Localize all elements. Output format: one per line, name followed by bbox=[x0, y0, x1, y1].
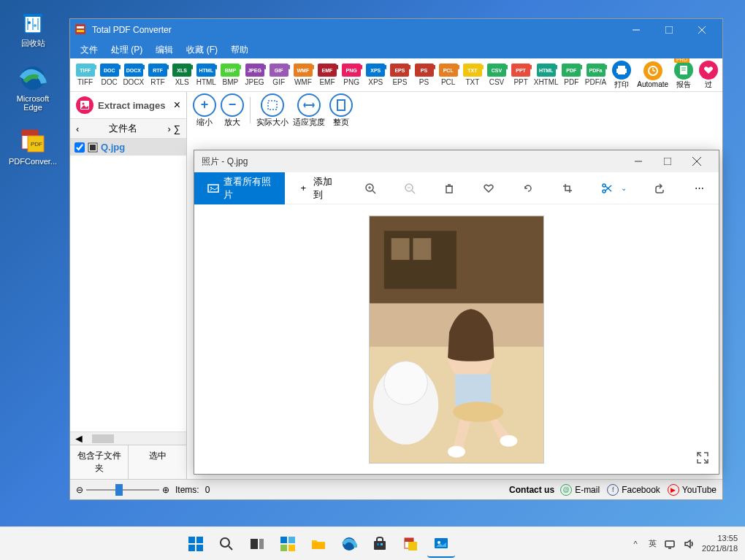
view-fit-button[interactable]: 实际大小 bbox=[256, 93, 289, 128]
volume-icon[interactable] bbox=[683, 538, 695, 550]
format-eps-button[interactable]: EPSEPS bbox=[389, 64, 410, 86]
view-plus-button[interactable]: +缩小 bbox=[193, 93, 216, 128]
photos-close-button[interactable] bbox=[682, 150, 711, 172]
format-xls-button[interactable]: XLSXLS bbox=[172, 64, 193, 86]
svg-rect-83 bbox=[381, 543, 383, 545]
svg-line-72 bbox=[229, 546, 232, 550]
close-button[interactable] bbox=[685, 19, 718, 41]
clock-icon bbox=[643, 61, 662, 80]
sidebar-scrollbar[interactable]: ◄ bbox=[70, 431, 186, 445]
status-link-facebook[interactable]: fFacebook bbox=[607, 484, 660, 496]
svg-rect-76 bbox=[289, 537, 295, 543]
menu-help[interactable]: 帮助 bbox=[226, 42, 253, 58]
clock[interactable]: 13:55 2021/8/18 bbox=[702, 534, 738, 553]
zoom-out-button[interactable] bbox=[390, 172, 429, 204]
desktop-icon-edge[interactable]: Microsoft Edge bbox=[7, 64, 58, 112]
photos-maximize-button[interactable] bbox=[653, 150, 682, 172]
slider-thumb[interactable] bbox=[115, 484, 123, 496]
favorite-button[interactable] bbox=[469, 172, 508, 204]
zoom-out-icon[interactable]: ⊖ bbox=[76, 485, 83, 495]
desktop-icon-pdfconverter[interactable]: PDF PDFConver... bbox=[7, 126, 58, 166]
explorer-button[interactable] bbox=[305, 530, 332, 558]
sidebar-footer: 包含子文件夹 选中 bbox=[70, 445, 186, 479]
photos-minimize-button[interactable] bbox=[624, 150, 653, 172]
filter-icon[interactable]: ∑ bbox=[174, 123, 180, 134]
action-clock-button[interactable]: Automate bbox=[637, 61, 668, 88]
format-pcl-button[interactable]: PCLPCL bbox=[438, 64, 459, 86]
view-width-button[interactable]: 适应宽度 bbox=[293, 93, 325, 128]
store-button[interactable] bbox=[366, 530, 394, 558]
action-print-button[interactable]: 打印 bbox=[612, 61, 631, 90]
scroll-left-icon[interactable]: ◄ bbox=[73, 432, 85, 445]
task-view-button[interactable] bbox=[243, 530, 271, 558]
menu-edit[interactable]: 编辑 bbox=[151, 42, 177, 58]
network-icon[interactable] bbox=[664, 538, 676, 550]
format-png-button[interactable]: PNGPNG bbox=[341, 64, 362, 86]
crop-button[interactable] bbox=[548, 172, 587, 204]
edit-button[interactable]: ⌄ bbox=[587, 172, 640, 204]
view-minus-button[interactable]: −放大 bbox=[221, 93, 244, 128]
format-csv-button[interactable]: CSVCSV bbox=[486, 64, 507, 86]
view-page-button[interactable]: 整页 bbox=[329, 93, 353, 128]
file-item[interactable]: Q.jpg bbox=[70, 139, 186, 156]
format-emf-button[interactable]: EMFEMF bbox=[316, 64, 337, 86]
widgets-button[interactable] bbox=[274, 530, 302, 558]
delete-button[interactable] bbox=[429, 172, 469, 204]
select-button[interactable]: 选中 bbox=[129, 445, 186, 479]
format-pdf/a-button[interactable]: PDFaPDF/A bbox=[585, 64, 606, 86]
format-txt-button[interactable]: TXTTXT bbox=[462, 64, 483, 86]
format-ps-button[interactable]: PSPS bbox=[413, 64, 435, 86]
tray-chevron-icon[interactable]: ^ bbox=[630, 538, 641, 550]
format-ppt-button[interactable]: PPTPPT bbox=[511, 64, 532, 86]
start-button[interactable] bbox=[182, 530, 210, 558]
file-list-header[interactable]: ‹ 文件名 › ∑ bbox=[70, 119, 186, 139]
format-doc-button[interactable]: DOCDOC bbox=[99, 64, 120, 86]
photos-titlebar[interactable]: 照片 - Q.jpg bbox=[194, 150, 719, 172]
sidebar-header-close-icon[interactable]: × bbox=[174, 99, 180, 112]
format-label: PDF bbox=[564, 78, 578, 86]
search-button[interactable] bbox=[213, 530, 240, 558]
status-link-e-mail[interactable]: @E-mail bbox=[560, 484, 600, 496]
language-indicator[interactable]: 英 bbox=[649, 538, 657, 549]
include-subfolders-button[interactable]: 包含子文件夹 bbox=[70, 445, 129, 479]
format-label: JPEG bbox=[245, 78, 264, 86]
format-xps-button[interactable]: XPSXPS bbox=[365, 64, 386, 86]
status-link-youtube[interactable]: ▶YouTube bbox=[668, 484, 717, 496]
zoom-in-icon[interactable]: ⊕ bbox=[162, 485, 169, 495]
titlebar[interactable]: Total PDF Converter bbox=[70, 19, 722, 41]
format-docx-button[interactable]: DOCXDOCX bbox=[123, 64, 144, 86]
action-heart-button[interactable]: 过 bbox=[699, 61, 718, 90]
zoom-slider[interactable]: ⊖ ⊕ bbox=[76, 485, 169, 495]
add-to-button[interactable]: + 添加到 bbox=[285, 172, 351, 204]
rotate-button[interactable] bbox=[508, 172, 548, 204]
format-bmp-button[interactable]: BMPBMP bbox=[220, 64, 241, 86]
pdfconverter-taskbar-button[interactable] bbox=[397, 530, 424, 558]
format-jpeg-button[interactable]: JPEGJPEG bbox=[244, 64, 265, 86]
photos-taskbar-button[interactable] bbox=[427, 530, 455, 558]
menu-process[interactable]: 处理 (P) bbox=[107, 42, 147, 58]
format-rtf-button[interactable]: RTFRTF bbox=[147, 64, 168, 86]
menu-file[interactable]: 文件 bbox=[76, 42, 102, 58]
slider-track[interactable] bbox=[86, 489, 159, 491]
more-button[interactable]: ⋯ bbox=[679, 172, 719, 204]
file-checkbox[interactable] bbox=[74, 142, 85, 153]
format-gif-button[interactable]: GIFGIF bbox=[268, 64, 289, 86]
share-button[interactable] bbox=[640, 172, 679, 204]
minimize-button[interactable] bbox=[619, 19, 652, 41]
desktop-icon-recycle-bin[interactable]: 回收站 bbox=[7, 7, 58, 49]
width-icon bbox=[297, 93, 321, 117]
view-all-photos-button[interactable]: 查看所有照片 bbox=[194, 172, 285, 204]
format-tiff-button[interactable]: TIFFTIFF bbox=[74, 64, 96, 86]
expand-icon[interactable] bbox=[695, 450, 710, 465]
format-xhtml-button[interactable]: HTMLXHTML bbox=[535, 64, 558, 86]
format-pdf-button[interactable]: PDFPDF bbox=[561, 64, 582, 86]
scroll-thumb[interactable] bbox=[92, 434, 114, 443]
format-html-button[interactable]: HTMLHTML bbox=[196, 64, 217, 86]
edge-taskbar-button[interactable] bbox=[335, 530, 363, 558]
date: 2021/8/18 bbox=[702, 544, 738, 553]
menu-favorites[interactable]: 收藏 (F) bbox=[182, 42, 222, 58]
zoom-in-button[interactable] bbox=[351, 172, 390, 204]
maximize-button[interactable] bbox=[652, 19, 685, 41]
format-wmf-button[interactable]: WMFWMF bbox=[292, 64, 313, 86]
action-report-button[interactable]: PRO报告 bbox=[674, 61, 693, 90]
